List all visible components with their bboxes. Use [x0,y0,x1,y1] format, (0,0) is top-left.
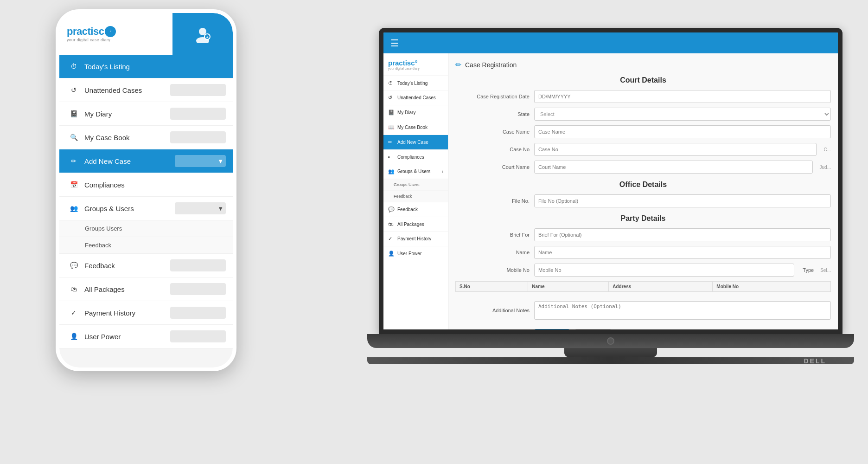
phone-profile-button[interactable]: + [172,13,233,55]
form-header-title: Case Registration [465,61,517,69]
type-label: Type [803,267,814,273]
dell-logo: DELL [804,357,826,365]
sidebar-label-compliances: Compliances [397,155,424,160]
sidebar-item-my-case-book[interactable]: 📖 My Case Book [383,120,448,135]
sidebar-sub-feedback[interactable]: Feedback [383,191,448,202]
label-mobile-no: Mobile No [455,267,530,273]
phone-nav-my-diary[interactable]: 📓 My Diary [59,102,233,126]
phone-logo-area: practisc ° your digital case diary [59,13,172,55]
sidebar-package-icon: 🛍 [388,221,395,227]
phone-input-placeholder-3 [170,131,226,143]
input-case-no[interactable] [534,143,817,156]
logo-brand: practisc [67,26,104,38]
input-brief-for[interactable] [534,228,831,241]
logo-tagline: your digital case diary [67,38,116,42]
input-case-reg-date[interactable] [534,90,831,103]
sidebar-item-user-power[interactable]: 👤 User Power [383,246,448,261]
phone-nav-label-packages: All Packages [84,285,125,293]
party-table: S.No Name Address Mobile No [455,281,831,301]
form-row-additional-notes: Additional Notes [455,301,831,320]
form-row-case-reg-date: Case Registration Date [455,90,831,103]
form-header: ✏ Case Registration [455,60,831,69]
sidebar-item-compliances[interactable]: ▪ Compliances [383,150,448,164]
phone-nav-feedback[interactable]: 💬 Feedback [59,254,233,277]
phone-nav-label-diary: My Diary [84,110,112,118]
comment-icon: 💬 [69,260,79,271]
input-case-name[interactable] [534,125,831,138]
sidebar-label-userpower: User Power [397,251,421,256]
textarea-additional-notes[interactable] [534,301,831,320]
party-col-address: Address [609,282,713,292]
submit-button[interactable]: Submit [534,329,570,330]
party-col-name: Name [528,282,609,292]
dropdown-arrow: ▼ [217,158,223,165]
app-content: practisc° your digital case diary ⏱ Toda… [383,53,838,329]
laptop-screen: ☰ practisc° your digital case diary ⏱ To… [379,28,842,334]
sidebar-check-icon: ✓ [388,236,395,242]
phone-nav-unattended-cases[interactable]: ↺ Unattended Cases [59,78,233,102]
label-case-name: Case Name [455,129,530,135]
phone-nav-user-power[interactable]: 👤 User Power [59,325,233,348]
sidebar-item-my-diary[interactable]: 📓 My Diary [383,105,448,120]
phone-nav-label-unattended: Unattended Cases [84,86,142,94]
party-table-empty-row [456,292,831,301]
users-icon: 👥 [69,203,79,213]
party-details-section-title: Party Details [455,214,831,223]
sidebar-label-diary: My Diary [397,110,415,115]
sidebar-item-feedback[interactable]: 💬 Feedback [383,202,448,217]
input-file-no[interactable] [534,194,831,207]
sidebar-item-all-packages[interactable]: 🛍 All Packages [383,217,448,232]
phone-nav-label-feedback: Feedback [84,262,115,270]
sidebar-item-groups-users[interactable]: 👥 Groups & Users ‹ [383,164,448,179]
sidebar-add-icon: ✏ [388,139,395,145]
phone-nav-label-payment: Payment History [84,309,135,317]
search-icon: 🔍 [69,132,79,142]
form-row-name: Name [455,246,831,259]
phone-nav-label-groups: Groups & Users [84,205,134,213]
form-row-case-no: Case No C... [455,143,831,156]
sidebar-sub-label-groups: Groups Users [394,182,420,187]
phone-nav-compliances[interactable]: 📅 Compliances [59,173,233,197]
phone-input-placeholder-4 [170,259,226,271]
input-mobile-no[interactable] [534,264,794,277]
cancel-button[interactable]: Cancel [574,329,611,330]
phone-nav-my-case-book[interactable]: 🔍 My Case Book [59,126,233,149]
form-pencil-icon: ✏ [455,60,461,69]
svg-text:+: + [206,35,209,39]
phone-sub-feedback[interactable]: Feedback [59,237,233,254]
sidebar-logo-sub: your digital case diary [388,67,443,70]
sidebar-clock-icon: ⏱ [388,80,395,86]
sidebar-item-unattended[interactable]: ↺ Unattended Cases [383,90,448,105]
sidebar-logo: practisc° your digital case diary [383,53,448,76]
sidebar-label-todays-listing: Today's Listing [397,81,428,86]
sidebar-item-add-new-case[interactable]: ✏ Add New Case [383,135,448,150]
phone-sub-groups-users[interactable]: Groups Users [59,220,233,237]
sidebar-sub-label-feedback: Feedback [394,194,412,199]
laptop-base [367,334,854,348]
phone-sub-label-groups-users: Groups Users [85,225,122,232]
case-no-extra: C... [823,147,831,152]
input-court-name[interactable] [534,161,813,174]
phone-nav-add-new-case[interactable]: ✏ Add New Case ▼ [59,149,233,173]
sidebar-label-packages: All Packages [397,222,424,227]
sidebar-calendar-icon: ▪ [388,154,395,160]
refresh-icon: ↺ [69,85,79,95]
phone-nav-all-packages[interactable]: 🛍 All Packages [59,277,233,301]
laptop-camera [607,337,614,345]
phone-nav-todays-listing[interactable]: ⏱ Today's Listing [59,55,233,78]
label-case-no: Case No [455,147,530,152]
sidebar-item-todays-listing[interactable]: ⏱ Today's Listing [383,76,448,90]
input-name[interactable] [534,246,831,259]
sidebar-item-payment-history[interactable]: ✓ Payment History [383,232,448,246]
sidebar-sub-groups-users[interactable]: Groups Users [383,179,448,191]
phone-nav-groups-users[interactable]: 👥 Groups & Users ▼ ‹ [59,197,233,220]
phone-nav-label-todays-listing: Today's Listing [84,63,130,71]
app-sidebar: practisc° your digital case diary ⏱ Toda… [383,53,448,329]
label-case-reg-date: Case Registration Date [455,94,530,99]
phone-nav-payment-history[interactable]: ✓ Payment History [59,301,233,325]
sidebar-label-payment: Payment History [397,236,431,241]
clock-icon: ⏱ [69,61,79,71]
select-state[interactable]: Select [534,108,831,121]
hamburger-icon[interactable]: ☰ [390,38,399,49]
office-details-section-title: Office Details [455,180,831,189]
